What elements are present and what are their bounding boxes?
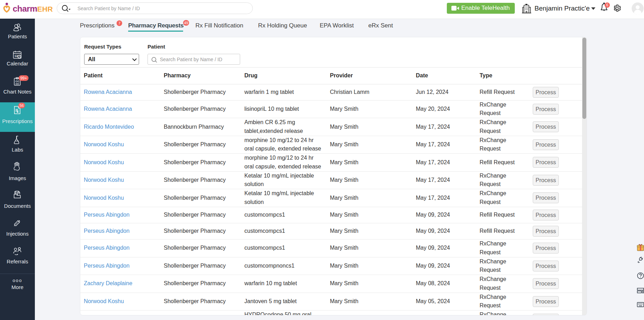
svg-text:12: 12	[14, 54, 18, 58]
svg-text:CC: CC	[15, 80, 19, 83]
